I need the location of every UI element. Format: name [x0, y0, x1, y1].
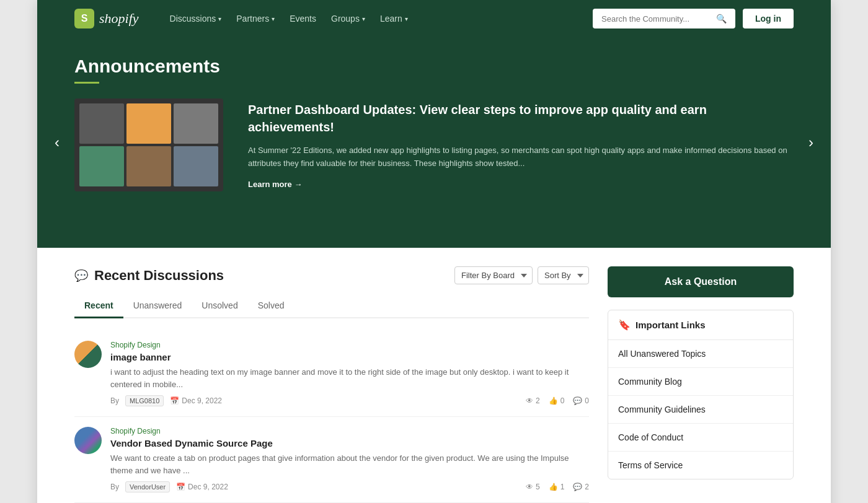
views-count: 2 — [536, 396, 540, 405]
link-all-unanswered[interactable]: All Unanswered Topics — [608, 340, 793, 368]
banner-image-inner — [74, 98, 223, 191]
nav-item-events[interactable]: Events — [283, 10, 322, 27]
logo-icon: S — [74, 9, 94, 28]
important-links-header: 🔖 Important Links — [608, 310, 793, 340]
discussion-post-title[interactable]: Vendor Based Dynamic Source Page — [110, 438, 589, 448]
discussion-body: Shopify Design Vendor Based Dynamic Sour… — [110, 427, 589, 492]
banner-article-excerpt: At Summer '22 Editions, we added new app… — [248, 144, 794, 170]
chevron-down-icon: ▾ — [405, 15, 408, 22]
discussion-meta: By MLG0810 📅 Dec 9, 2022 👁 2 — [110, 395, 589, 406]
sort-by-select[interactable]: Sort By — [538, 266, 589, 284]
tab-unsolved[interactable]: Unsolved — [192, 294, 247, 318]
discussions-section: 💬 Recent Discussions Filter By Board Sor… — [74, 266, 589, 503]
date-area: 📅 Dec 9, 2022 — [176, 483, 228, 491]
discussion-board[interactable]: Shopify Design — [110, 427, 589, 435]
nav-item-groups[interactable]: Groups ▾ — [325, 10, 371, 27]
meta-right: 👁 2 👍 0 💬 0 — [526, 396, 589, 405]
banner-prev-button[interactable]: ‹ — [50, 129, 64, 156]
discussion-excerpt: We want to create a tab on product pages… — [110, 452, 589, 476]
chevron-down-icon: ▾ — [272, 15, 275, 22]
comments-stat: 💬 2 — [573, 483, 589, 491]
comments-count: 0 — [585, 396, 589, 405]
announcements-banner: Announcements ‹ Partner Dashboard Update… — [37, 37, 831, 248]
banner-article-title: Partner Dashboard Updates: View clear st… — [248, 101, 794, 136]
search-input[interactable] — [601, 14, 711, 24]
views-count: 5 — [536, 483, 540, 491]
search-box[interactable]: 🔍 — [593, 9, 735, 28]
filter-by-board-select[interactable]: Filter By Board — [454, 266, 533, 284]
discussion-meta: By VendorUser 📅 Dec 9, 2022 👁 5 — [110, 481, 589, 492]
discussion-excerpt: i want to adjust the heading text on my … — [110, 366, 589, 390]
like-icon: 👍 — [549, 396, 558, 405]
by-label: By — [110, 483, 119, 491]
table-row: Shopify Design image banner i want to ad… — [74, 331, 589, 417]
logo-text: shopify — [99, 11, 139, 27]
views-stat: 👁 2 — [526, 396, 540, 405]
calendar-icon: 📅 — [170, 396, 179, 405]
discussion-body: Shopify Design image banner i want to ad… — [110, 341, 589, 406]
comments-stat: 💬 0 — [573, 396, 589, 405]
banner-title-underline — [74, 82, 99, 84]
likes-count: 0 — [560, 396, 565, 405]
discussions-title: Recent Discussions — [94, 268, 224, 284]
main-nav: Discussions ▾ Partners ▾ Events Groups ▾… — [164, 10, 414, 27]
likes-count: 1 — [560, 483, 565, 491]
eye-icon: 👁 — [526, 483, 533, 491]
link-community-guidelines[interactable]: Community Guidelines — [608, 396, 793, 424]
header-right: 🔍 Log in — [593, 9, 794, 28]
calendar-icon: 📅 — [176, 483, 185, 491]
meta-left: By VendorUser 📅 Dec 9, 2022 — [110, 481, 228, 492]
learn-more-link[interactable]: Learn more → — [248, 180, 794, 189]
banner-next-button[interactable]: › — [804, 129, 818, 156]
like-icon: 👍 — [549, 483, 558, 491]
author-badge[interactable]: MLG0810 — [125, 395, 164, 406]
author-badge[interactable]: VendorUser — [125, 481, 170, 492]
likes-stat: 👍 0 — [549, 396, 565, 405]
right-sidebar: Ask a Question 🔖 Important Links All Una… — [608, 266, 794, 503]
avatar — [74, 427, 102, 454]
discussions-filters: Filter By Board Sort By — [454, 266, 589, 284]
tab-unanswered[interactable]: Unanswered — [123, 294, 192, 318]
tab-recent[interactable]: Recent — [74, 294, 123, 318]
post-date: Dec 9, 2022 — [188, 483, 228, 491]
nav-item-discussions[interactable]: Discussions ▾ — [164, 10, 228, 27]
link-community-blog[interactable]: Community Blog — [608, 368, 793, 396]
meta-right: 👁 5 👍 1 💬 2 — [526, 483, 589, 491]
banner-content: ‹ Partner Dashboard Updates: View clear … — [74, 98, 794, 191]
eye-icon: 👁 — [526, 396, 533, 405]
avatar — [74, 341, 102, 368]
banner-image — [74, 98, 223, 191]
chevron-down-icon: ▾ — [362, 15, 365, 22]
search-icon: 🔍 — [716, 14, 727, 24]
header-left: S shopify Discussions ▾ Partners ▾ Event… — [74, 9, 414, 28]
link-terms-of-service[interactable]: Terms of Service — [608, 452, 793, 479]
bookmark-icon: 🔖 — [618, 319, 631, 331]
nav-item-partners[interactable]: Partners ▾ — [230, 10, 281, 27]
nav-item-learn[interactable]: Learn ▾ — [374, 10, 414, 27]
tab-solved[interactable]: Solved — [248, 294, 294, 318]
discussions-header: 💬 Recent Discussions Filter By Board Sor… — [74, 266, 589, 284]
discussion-board[interactable]: Shopify Design — [110, 341, 589, 349]
logo[interactable]: S shopify — [74, 9, 139, 28]
banner-section-title: Announcements — [74, 56, 794, 77]
likes-stat: 👍 1 — [549, 483, 565, 491]
banner-text-area: Partner Dashboard Updates: View clear st… — [248, 101, 794, 190]
views-stat: 👁 5 — [526, 483, 540, 491]
site-header: S shopify Discussions ▾ Partners ▾ Event… — [37, 0, 831, 37]
date-area: 📅 Dec 9, 2022 — [170, 396, 222, 405]
comment-icon: 💬 — [573, 483, 582, 491]
important-links-title: Important Links — [636, 320, 706, 330]
discussions-title-area: 💬 Recent Discussions — [74, 268, 224, 284]
discussions-icon: 💬 — [74, 269, 88, 282]
ask-question-button[interactable]: Ask a Question — [608, 266, 794, 297]
chevron-down-icon: ▾ — [218, 15, 221, 22]
discussion-post-title[interactable]: image banner — [110, 352, 589, 362]
meta-left: By MLG0810 📅 Dec 9, 2022 — [110, 395, 222, 406]
login-button[interactable]: Log in — [743, 9, 794, 28]
post-date: Dec 9, 2022 — [182, 396, 222, 405]
discussion-tabs: Recent Unanswered Unsolved Solved — [74, 294, 589, 318]
table-row: Shopify Design Vendor Based Dynamic Sour… — [74, 417, 589, 503]
link-code-of-conduct[interactable]: Code of Conduct — [608, 424, 793, 452]
main-content: 💬 Recent Discussions Filter By Board Sor… — [37, 248, 831, 503]
comments-count: 2 — [585, 483, 589, 491]
